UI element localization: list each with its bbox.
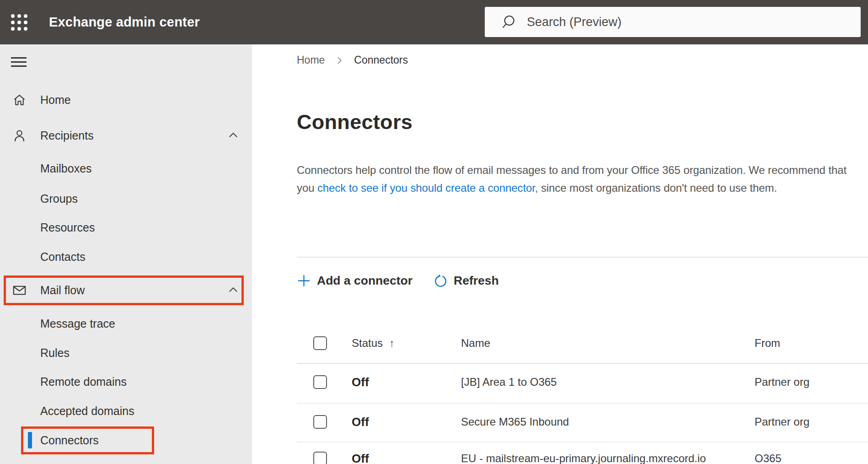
plus-icon: [297, 274, 311, 288]
app-title: Exchange admin center: [49, 0, 200, 44]
sidebar-item-label: Accepted domains: [40, 405, 134, 418]
sidebar-item-groups[interactable]: Groups: [0, 186, 252, 211]
refresh-icon: [434, 274, 448, 288]
person-icon: [11, 127, 27, 144]
sidebar-item-mailboxes[interactable]: Mailboxes: [0, 156, 252, 181]
sidebar-item-connectors[interactable]: Connectors: [0, 427, 252, 453]
row-name[interactable]: EU - mailstream-eu-primary.journaling.mx…: [461, 452, 706, 464]
sidebar-item-mail-flow[interactable]: Mail flow: [0, 277, 252, 303]
select-all-checkbox[interactable]: [313, 336, 327, 350]
row-name[interactable]: Secure M365 Inbound: [461, 415, 569, 428]
chevron-right-icon: [335, 56, 344, 65]
table-row[interactable]: Off EU - mailstream-eu-primary.journalin…: [252, 439, 868, 464]
table-header-row: Status ↑ Name From: [252, 324, 868, 363]
sidebar-item-label: Recipients: [40, 129, 94, 142]
row-name[interactable]: [JB] Area 1 to O365: [461, 376, 557, 388]
toolbar-divider: [297, 257, 868, 258]
home-icon: [11, 92, 27, 108]
app-launcher-button[interactable]: [9, 12, 29, 32]
column-header-from[interactable]: From: [755, 337, 780, 350]
sidebar-item-label: Groups: [40, 192, 78, 205]
main-content: Home Connectors Connectors Connectors he…: [252, 44, 868, 464]
table-row[interactable]: Off [JB] Area 1 to O365 Partner org: [252, 362, 868, 402]
sidebar-nav: Home Recipients Mailboxes Groups Resourc…: [0, 44, 252, 464]
sidebar-item-label: Connectors: [40, 434, 99, 447]
nav-collapse-button[interactable]: [11, 57, 27, 67]
sidebar-item-label: Contacts: [40, 250, 86, 264]
table-row[interactable]: Off Secure M365 Inbound Partner org: [252, 402, 868, 442]
sidebar-item-label: Resources: [40, 221, 95, 234]
sidebar-item-accepted-domains[interactable]: Accepted domains: [0, 398, 252, 424]
sort-ascending-icon: ↑: [389, 337, 395, 350]
sidebar-item-label: Rules: [40, 346, 70, 360]
sidebar-item-resources[interactable]: Resources: [0, 215, 252, 240]
row-from: Partner org: [755, 376, 809, 388]
add-connector-button[interactable]: Add a connector: [297, 274, 413, 288]
row-status: Off: [352, 415, 369, 429]
refresh-label: Refresh: [454, 274, 499, 288]
status-header-label: Status: [352, 337, 383, 350]
page-title: Connectors: [297, 110, 413, 134]
row-from: O365: [755, 452, 782, 464]
breadcrumb-current: Connectors: [354, 54, 408, 66]
sidebar-item-label: Home: [40, 93, 71, 107]
sidebar-item-home[interactable]: Home: [0, 87, 252, 113]
envelope-icon: [11, 282, 27, 298]
column-header-name[interactable]: Name: [461, 337, 490, 350]
refresh-button[interactable]: Refresh: [434, 274, 499, 288]
sidebar-item-contacts[interactable]: Contacts: [0, 244, 252, 270]
page-description: Connectors help control the flow of emai…: [297, 162, 860, 197]
search-input[interactable]: [527, 15, 861, 29]
sidebar-item-remote-domains[interactable]: Remote domains: [0, 369, 252, 394]
row-checkbox[interactable]: [313, 415, 327, 429]
column-header-status[interactable]: Status ↑: [352, 337, 395, 350]
selected-indicator: [28, 432, 32, 448]
sidebar-item-rules[interactable]: Rules: [0, 340, 252, 366]
chevron-up-icon[interactable]: [227, 284, 240, 297]
row-status: Off: [352, 375, 369, 389]
create-connector-check-link[interactable]: check to see if you should create a conn…: [317, 182, 538, 194]
row-checkbox[interactable]: [313, 375, 327, 389]
search-box[interactable]: [485, 7, 861, 37]
sidebar-item-message-trace[interactable]: Message trace: [0, 311, 252, 336]
row-checkbox[interactable]: [313, 452, 327, 464]
toolbar: Add a connector Refresh: [297, 271, 499, 290]
sidebar-item-label: Remote domains: [40, 375, 127, 388]
description-text-2: since most organizations don't need to u…: [538, 182, 777, 194]
sidebar-item-label: Mail flow: [40, 284, 85, 297]
search-icon: [501, 14, 517, 30]
row-status: Off: [352, 452, 369, 464]
top-app-bar: Exchange admin center: [0, 0, 868, 44]
breadcrumb: Home Connectors: [297, 53, 408, 67]
add-connector-label: Add a connector: [317, 274, 413, 288]
chevron-up-icon[interactable]: [227, 129, 240, 142]
breadcrumb-home-link[interactable]: Home: [297, 54, 325, 66]
sidebar-item-recipients[interactable]: Recipients: [0, 123, 252, 148]
row-from: Partner org: [755, 415, 809, 428]
sidebar-item-label: Mailboxes: [40, 162, 92, 175]
sidebar-item-label: Message trace: [40, 317, 115, 330]
